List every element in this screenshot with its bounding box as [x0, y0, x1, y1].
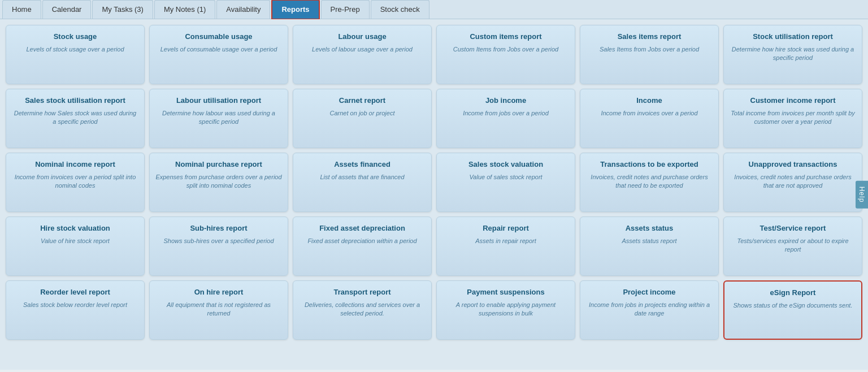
- card-desc-custom-items-report: Custom Items from Jobs over a period: [453, 45, 558, 54]
- card-desc-reorder-level-report: Sales stock below reorder level report: [23, 301, 127, 309]
- card-desc-income: Income from invoices over a period: [601, 109, 697, 118]
- report-card-stock-usage[interactable]: Stock usageLevels of stock usage over a …: [6, 25, 145, 84]
- card-title-stock-usage: Stock usage: [54, 32, 97, 42]
- report-card-job-income[interactable]: Job incomeIncome from jobs over a period: [436, 89, 575, 148]
- report-card-sub-hires-report[interactable]: Sub-hires reportShows sub-hires over a s…: [149, 217, 288, 276]
- report-card-custom-items-report[interactable]: Custom items reportCustom Items from Job…: [436, 25, 575, 84]
- card-desc-transport-report: Deliveries, collections and services ove…: [299, 301, 426, 318]
- report-card-reorder-level-report[interactable]: Reorder level reportSales stock below re…: [6, 280, 145, 340]
- report-card-repair-report[interactable]: Repair reportAssets in repair report: [436, 217, 575, 276]
- card-desc-assets-status: Assets status report: [622, 237, 676, 245]
- card-desc-carnet-report: Carnet on job or project: [330, 109, 395, 118]
- card-title-labour-usage: Labour usage: [338, 32, 386, 42]
- report-card-transport-report[interactable]: Transport reportDeliveries, collections …: [293, 280, 432, 340]
- card-title-sub-hires-report: Sub-hires report: [190, 224, 247, 233]
- card-desc-stock-utilisation-report: Determine how hire stock was used during…: [730, 45, 856, 63]
- card-title-payment-suspensions: Payment suspensions: [467, 288, 544, 297]
- card-desc-nominal-income-report: Income from invoices over a period split…: [12, 173, 138, 191]
- card-title-customer-income-report: Customer income report: [750, 96, 836, 106]
- report-card-stock-utilisation-report[interactable]: Stock utilisation reportDetermine how hi…: [723, 25, 862, 84]
- tab-reports[interactable]: Reports: [271, 0, 319, 20]
- report-card-nominal-purchase-report[interactable]: Nominal purchase reportExpenses from pur…: [149, 153, 288, 212]
- card-title-nominal-income-report: Nominal income report: [35, 160, 115, 170]
- card-desc-assets-financed: List of assets that are financed: [320, 173, 404, 181]
- report-card-sales-items-report[interactable]: Sales items reportSales Items from Jobs …: [580, 25, 719, 84]
- card-title-nominal-purchase-report: Nominal purchase report: [175, 160, 262, 170]
- report-card-sales-stock-valuation[interactable]: Sales stock valuationValue of sales stoc…: [436, 153, 575, 212]
- card-title-esign-report: eSign Report: [770, 288, 816, 298]
- help-tab[interactable]: Help: [856, 181, 868, 209]
- report-grid: Stock usageLevels of stock usage over a …: [6, 25, 862, 340]
- card-desc-esign-report: Shows status of the eSign documents sent…: [734, 301, 853, 310]
- report-card-carnet-report[interactable]: Carnet reportCarnet on job or project: [293, 89, 432, 148]
- main-content: Stock usageLevels of stock usage over a …: [0, 19, 868, 370]
- report-card-project-income[interactable]: Project incomeIncome from jobs in projec…: [580, 280, 719, 340]
- card-title-reorder-level-report: Reorder level report: [40, 288, 110, 297]
- card-title-assets-status: Assets status: [626, 224, 674, 233]
- card-desc-sub-hires-report: Shows sub-hires over a specified period: [163, 237, 274, 245]
- report-card-test-service-report[interactable]: Test/Service reportTests/services expire…: [723, 217, 862, 276]
- card-title-repair-report: Repair report: [483, 224, 529, 233]
- card-desc-fixed-asset-depreciation: Fixed asset depreciation within a period: [307, 237, 416, 245]
- tab-bar: Home Calendar My Tasks (3) My Notes (1) …: [0, 0, 868, 19]
- card-desc-sales-stock-valuation: Value of sales stock report: [469, 173, 542, 181]
- card-title-job-income: Job income: [485, 96, 526, 106]
- card-title-labour-utilisation: Labour utilisation report: [176, 96, 261, 106]
- card-desc-sales-stock-utilisation: Determine how Sales stock was used durin…: [12, 109, 138, 127]
- report-card-transactions-to-be-exported[interactable]: Transactions to be exportedInvoices, cre…: [580, 153, 719, 212]
- tab-stock-check[interactable]: Stock check: [371, 0, 429, 19]
- report-card-assets-financed[interactable]: Assets financedList of assets that are f…: [293, 153, 432, 212]
- card-desc-hire-stock-valuation: Value of hire stock report: [41, 237, 110, 245]
- card-title-unapproved-transactions: Unapproved transactions: [749, 160, 837, 170]
- report-card-income[interactable]: IncomeIncome from invoices over a period: [580, 89, 719, 148]
- card-title-sales-items-report: Sales items report: [618, 32, 682, 42]
- card-title-assets-financed: Assets financed: [334, 160, 390, 170]
- report-card-unapproved-transactions[interactable]: Unapproved transactionsInvoices, credit …: [723, 153, 862, 212]
- card-desc-on-hire-report: All equipment that is not registered as …: [155, 301, 282, 318]
- card-title-consumable-usage: Consumable usage: [185, 32, 252, 42]
- tab-my-notes[interactable]: My Notes (1): [154, 0, 215, 19]
- report-card-consumable-usage[interactable]: Consumable usageLevels of consumable usa…: [149, 25, 288, 84]
- card-title-project-income: Project income: [623, 288, 675, 297]
- card-desc-customer-income-report: Total income from invoices per month spl…: [730, 109, 856, 127]
- card-title-transport-report: Transport report: [333, 288, 390, 297]
- card-title-stock-utilisation-report: Stock utilisation report: [753, 32, 833, 42]
- card-desc-test-service-report: Tests/services expired or about to expir…: [730, 237, 856, 254]
- card-desc-project-income: Income from jobs in projects ending with…: [586, 301, 713, 318]
- report-card-esign-report[interactable]: eSign ReportShows status of the eSign do…: [723, 280, 862, 340]
- report-card-on-hire-report[interactable]: On hire reportAll equipment that is not …: [149, 280, 288, 340]
- card-desc-labour-usage: Levels of labour usage over a period: [312, 45, 413, 54]
- report-card-customer-income-report[interactable]: Customer income reportTotal income from …: [723, 89, 862, 148]
- tab-pre-prep[interactable]: Pre-Prep: [321, 0, 370, 19]
- card-title-income: Income: [636, 96, 662, 106]
- report-card-sales-stock-utilisation[interactable]: Sales stock utilisation reportDetermine …: [6, 89, 145, 148]
- card-desc-transactions-to-be-exported: Invoices, credit notes and purchase orde…: [586, 173, 713, 191]
- card-desc-repair-report: Assets in repair report: [475, 237, 536, 245]
- tab-availability[interactable]: Availability: [216, 0, 270, 19]
- report-card-labour-usage[interactable]: Labour usageLevels of labour usage over …: [293, 25, 432, 84]
- card-title-test-service-report: Test/Service report: [760, 224, 826, 233]
- tab-calendar[interactable]: Calendar: [42, 0, 92, 19]
- card-desc-unapproved-transactions: Invoices, credit notes and purchase orde…: [730, 173, 856, 191]
- card-desc-consumable-usage: Levels of consumable usage over a period: [160, 45, 277, 54]
- card-title-sales-stock-utilisation: Sales stock utilisation report: [25, 96, 125, 106]
- report-card-nominal-income-report[interactable]: Nominal income reportIncome from invoice…: [6, 153, 145, 212]
- report-card-assets-status[interactable]: Assets statusAssets status report: [580, 217, 719, 276]
- card-desc-stock-usage: Levels of stock usage over a period: [26, 45, 124, 54]
- card-desc-nominal-purchase-report: Expenses from purchase orders over a per…: [155, 173, 282, 191]
- report-card-fixed-asset-depreciation[interactable]: Fixed asset depreciationFixed asset depr…: [293, 217, 432, 276]
- card-title-hire-stock-valuation: Hire stock valuation: [40, 224, 110, 233]
- tab-my-tasks[interactable]: My Tasks (3): [92, 0, 153, 19]
- tab-home[interactable]: Home: [2, 0, 41, 19]
- card-title-fixed-asset-depreciation: Fixed asset depreciation: [319, 224, 405, 233]
- card-title-on-hire-report: On hire report: [194, 288, 244, 297]
- card-desc-payment-suspensions: A report to enable applying payment susp…: [442, 301, 569, 318]
- card-desc-job-income: Income from jobs over a period: [463, 109, 549, 118]
- card-desc-sales-items-report: Sales Items from Jobs over a period: [600, 45, 699, 54]
- report-card-labour-utilisation[interactable]: Labour utilisation reportDetermine how l…: [149, 89, 288, 148]
- card-title-custom-items-report: Custom items report: [470, 32, 541, 42]
- report-card-payment-suspensions[interactable]: Payment suspensionsA report to enable ap…: [436, 280, 575, 340]
- card-desc-labour-utilisation: Determine how labour was used during a s…: [155, 109, 282, 127]
- card-title-transactions-to-be-exported: Transactions to be exported: [600, 160, 698, 170]
- report-card-hire-stock-valuation[interactable]: Hire stock valuationValue of hire stock …: [6, 217, 145, 276]
